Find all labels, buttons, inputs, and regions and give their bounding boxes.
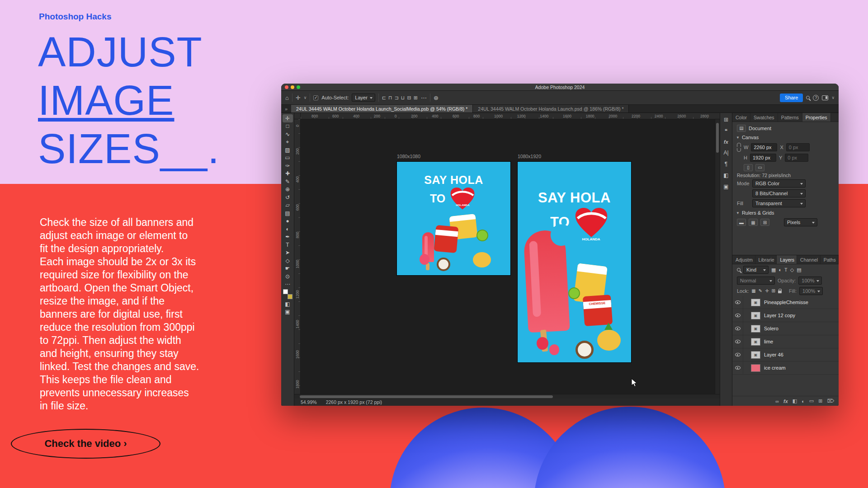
layer-row[interactable]: ▣ Solero xyxy=(732,322,839,335)
kind-filter-dropdown[interactable]: Kind xyxy=(743,266,769,274)
lock-position-icon[interactable]: ✛ xyxy=(765,289,769,293)
auto-select-dropdown[interactable]: Layer xyxy=(352,94,375,102)
visibility-toggle[interactable] xyxy=(732,309,743,322)
tab-properties[interactable]: Properties xyxy=(802,113,831,122)
canvas-section-header[interactable]: ▼ Canvas xyxy=(732,133,839,142)
zoom-level[interactable]: 54.99% xyxy=(301,399,317,405)
tab-adjustments[interactable]: Adjustm xyxy=(732,255,755,264)
help-icon[interactable]: ? xyxy=(813,95,819,101)
tab-swatches[interactable]: Swatches xyxy=(750,113,778,122)
eraser-tool-icon[interactable]: ▱ xyxy=(283,202,293,210)
healing-brush-tool-icon[interactable]: ✚ xyxy=(283,170,293,178)
minimize-window-icon[interactable] xyxy=(291,85,294,89)
guides-toggle-icon[interactable]: ⊞ xyxy=(760,219,769,226)
eyedropper-tool-icon[interactable]: ✑ xyxy=(283,162,293,170)
artboard-square[interactable]: SAY HOLA TO HOLANDA xyxy=(397,162,510,275)
layer-row[interactable]: ice cream xyxy=(732,361,839,375)
history-brush-tool-icon[interactable]: ↺ xyxy=(283,193,293,202)
distribute-h-icon[interactable]: ⊟ xyxy=(407,95,411,101)
tab-paths[interactable]: Paths xyxy=(821,255,839,264)
layer-name[interactable]: lime xyxy=(764,339,773,344)
artboard-label[interactable]: 488x868 xyxy=(518,154,541,159)
lock-artboard-icon[interactable]: ⊞ xyxy=(772,289,775,293)
layer-name[interactable]: PineappleChemisse xyxy=(764,300,808,305)
layer-row[interactable]: ▣ Layer 12 copy xyxy=(732,309,839,322)
chevron-down-icon[interactable]: ∨ xyxy=(831,95,835,100)
artboard-tall[interactable]: SAY HOLA TO HOLANDA xyxy=(518,162,631,362)
marquee-tool-icon[interactable]: □ xyxy=(283,122,293,131)
search-icon[interactable] xyxy=(806,96,810,99)
link-dimensions-icon[interactable] xyxy=(737,143,741,152)
layer-effects-icon[interactable]: fx xyxy=(783,399,788,404)
layer-row[interactable]: ▣ PineappleChemisse xyxy=(732,296,839,309)
hand-tool-icon[interactable]: ☛ xyxy=(283,265,293,273)
align-right-icon[interactable]: ⊐ xyxy=(395,95,399,101)
visibility-toggle[interactable] xyxy=(732,296,743,309)
canvas-area[interactable]: 0 200 400 600 800 1000 1200 1400 1600 18… xyxy=(294,119,720,394)
collapse-triangle-icon[interactable]: ▼ xyxy=(736,136,740,140)
adjustments-panel-icon[interactable]: ◧ xyxy=(723,172,728,178)
layer-fill-field[interactable]: 100% xyxy=(799,287,823,295)
units-dropdown[interactable]: Pixels xyxy=(784,218,817,226)
new-group-icon[interactable]: ▭ xyxy=(809,398,814,404)
comment-panel-icon[interactable]: ❝ xyxy=(725,128,727,134)
align-center-icon[interactable]: ⊓ xyxy=(388,95,392,101)
edit-toolbar-icon[interactable]: ⋯ xyxy=(283,281,293,289)
dodge-tool-icon[interactable]: ◐ xyxy=(283,225,293,233)
mode-dropdown[interactable]: RGB Color xyxy=(752,179,806,188)
lock-all-icon[interactable] xyxy=(778,291,782,293)
lock-pixels-icon[interactable]: ✎ xyxy=(759,289,762,293)
horizontal-scrollbar-thumb[interactable] xyxy=(300,395,553,398)
home-icon[interactable]: ⌂ xyxy=(285,95,289,101)
align-left-icon[interactable]: ⊏ xyxy=(382,95,386,101)
history-panel-icon[interactable]: ⊞ xyxy=(724,117,728,123)
opacity-field[interactable]: 100% xyxy=(798,277,822,285)
grid-toggle-icon[interactable]: ▦ xyxy=(749,219,758,226)
visibility-toggle[interactable] xyxy=(732,361,743,374)
crop-tool-icon[interactable]: ▨ xyxy=(283,146,293,154)
lock-transparency-icon[interactable]: ▦ xyxy=(751,289,755,293)
portrait-orientation-icon[interactable]: ▯ xyxy=(744,164,753,171)
layer-row[interactable]: ▣ lime xyxy=(732,335,839,348)
adjustment-layer-icon[interactable]: ◐ xyxy=(802,399,805,404)
layer-thumbnail[interactable]: ▣ xyxy=(751,351,760,359)
tab-overflow-icon[interactable]: » xyxy=(281,105,291,113)
pen-tool-icon[interactable]: ✒ xyxy=(283,233,293,241)
visibility-toggle[interactable] xyxy=(732,348,743,361)
shape-tool-icon[interactable]: ◇ xyxy=(283,257,293,265)
character-panel-icon[interactable]: A| xyxy=(723,150,728,156)
layer-thumbnail[interactable]: ▣ xyxy=(751,338,760,346)
collapse-triangle-icon[interactable]: ▼ xyxy=(736,211,740,215)
filter-pixel-icon[interactable]: ▦ xyxy=(771,267,776,272)
y-field[interactable]: 0 px xyxy=(785,154,808,162)
clone-stamp-tool-icon[interactable]: ⊕ xyxy=(283,186,293,194)
height-field[interactable]: 1920 px xyxy=(750,154,776,162)
layer-name[interactable]: Layer 12 copy xyxy=(764,313,795,318)
tab-patterns[interactable]: Patterns xyxy=(778,113,802,122)
link-layers-icon[interactable]: ∞ xyxy=(775,399,779,404)
gear-icon[interactable]: ⊛ xyxy=(434,95,439,101)
artboard-label[interactable]: 1080x1080 xyxy=(397,154,420,159)
blur-tool-icon[interactable]: ● xyxy=(283,217,293,225)
visibility-toggle[interactable] xyxy=(732,335,743,348)
filter-smart-object-icon[interactable]: ▤ xyxy=(797,267,801,272)
paragraph-panel-icon[interactable]: ¶ xyxy=(725,161,727,167)
foreground-color-swatch[interactable] xyxy=(283,289,288,294)
layer-name[interactable]: ice cream xyxy=(764,365,786,371)
auto-select-checkbox[interactable]: ✓ xyxy=(313,95,318,100)
tab-channels[interactable]: Channel xyxy=(797,255,821,264)
landscape-orientation-icon[interactable]: ▭ xyxy=(755,164,764,171)
gradient-tool-icon[interactable]: ▤ xyxy=(283,209,293,217)
vertical-ruler[interactable]: 0 200 400 600 800 1000 1200 1400 1600 18… xyxy=(294,119,301,394)
fill-dropdown[interactable]: Transparent xyxy=(752,199,806,207)
filter-type-icon[interactable]: T xyxy=(784,267,788,272)
layer-thumbnail[interactable]: ▣ xyxy=(751,312,760,319)
quick-mask-icon[interactable]: ◧ xyxy=(283,300,293,308)
object-selection-tool-icon[interactable]: ⌖ xyxy=(283,138,293,146)
layer-thumbnail[interactable] xyxy=(751,364,760,372)
chevron-down-icon[interactable]: ∨ xyxy=(304,95,307,100)
layer-row[interactable]: ▣ Layer 46 xyxy=(732,348,839,361)
check-video-button[interactable]: Check the video › xyxy=(11,429,160,459)
layer-thumbnail[interactable]: ▣ xyxy=(751,299,760,306)
filter-adjustment-icon[interactable]: ◐ xyxy=(778,267,782,272)
